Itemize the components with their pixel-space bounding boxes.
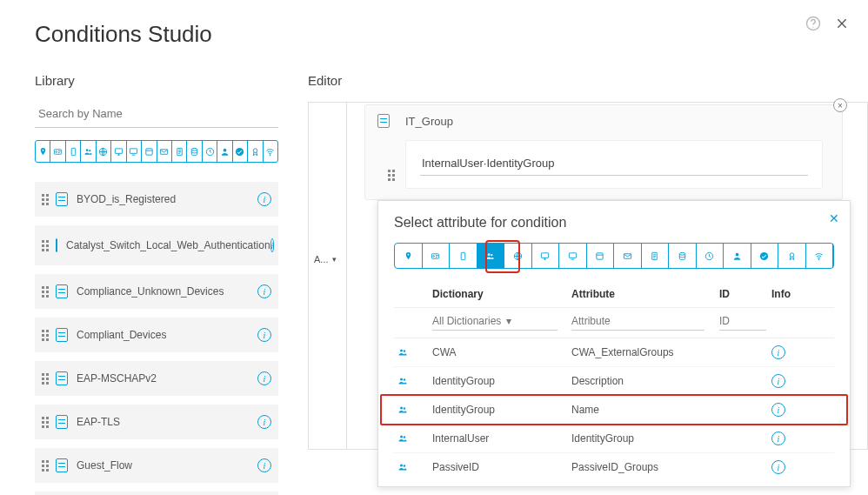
filter-globe-icon[interactable] [504, 244, 532, 268]
info-icon[interactable]: i [771, 345, 785, 359]
chevron-down-icon: ▾ [506, 315, 511, 327]
filter-group-icon[interactable] [477, 244, 505, 268]
filter-wifi-icon[interactable] [806, 244, 834, 268]
svg-point-40 [400, 407, 403, 410]
drag-handle-icon[interactable] [42, 330, 49, 341]
table-row[interactable]: IdentityGroup Name i [394, 396, 834, 425]
filter-monitor2-icon[interactable] [127, 141, 142, 162]
filter-doc-icon[interactable] [172, 141, 187, 162]
table-row[interactable]: PassiveID PassiveID_Groups i [394, 453, 834, 481]
filter-cert-icon[interactable] [248, 141, 263, 162]
info-icon[interactable]: i [257, 371, 271, 385]
library-item[interactable]: BYOD_is_Registered i [35, 182, 278, 217]
filter-mail-icon[interactable] [614, 244, 642, 268]
filter-user-icon[interactable] [724, 244, 751, 268]
filter-monitor-icon[interactable] [532, 244, 560, 268]
filter-monitor-icon[interactable] [111, 141, 126, 162]
info-icon[interactable]: i [257, 415, 271, 429]
filter-cert-icon[interactable] [778, 244, 806, 268]
drag-handle-icon[interactable] [42, 240, 49, 251]
filter-badge-icon[interactable] [50, 141, 65, 162]
info-icon[interactable]: i [257, 192, 271, 206]
filter-db-icon[interactable] [187, 141, 202, 162]
page-title: Conditions Studio [35, 21, 212, 48]
filter-app-icon[interactable] [142, 141, 157, 162]
library-category-filter[interactable] [35, 140, 278, 163]
attribute-field[interactable] [405, 140, 823, 189]
col-id: ID [719, 288, 771, 300]
filter-app-icon[interactable] [587, 244, 615, 268]
condition-card-header: IT_Group [365, 105, 842, 137]
info-icon[interactable]: i [257, 328, 271, 342]
filter-user-icon[interactable] [217, 141, 232, 162]
drag-handle-icon[interactable] [388, 170, 395, 181]
library-item[interactable]: EAP-TLS i [35, 405, 278, 439]
library-search[interactable] [35, 102, 278, 128]
svg-point-35 [818, 258, 819, 259]
filter-doc-icon[interactable] [642, 244, 670, 268]
library-item-label: Catalyst_Switch_Local_Web_Authentication [66, 239, 270, 252]
drag-handle-icon[interactable] [42, 194, 49, 205]
library-item[interactable]: EAP-MSCHAPv2 i [35, 361, 278, 396]
id-filter-input[interactable]: ID [719, 315, 766, 331]
svg-rect-27 [597, 252, 603, 258]
filter-check-icon[interactable] [233, 141, 248, 162]
cell-dictionary: InternalUser [432, 432, 571, 445]
filter-db-icon[interactable] [669, 244, 697, 268]
help-icon[interactable] [805, 16, 821, 31]
condition-icon [56, 371, 68, 385]
attribute-filter-input[interactable]: Attribute [571, 315, 704, 331]
table-row[interactable]: InternalUser IdentityGroup i [394, 425, 834, 453]
info-icon[interactable]: i [771, 374, 785, 388]
filter-clock-icon[interactable] [203, 141, 217, 162]
library-item[interactable]: Catalyst_Switch_Local_Web_Authentication… [35, 225, 278, 265]
drag-handle-icon[interactable] [42, 373, 49, 385]
info-icon[interactable]: i [257, 284, 271, 298]
filter-device-icon[interactable] [450, 244, 477, 268]
close-icon[interactable] [835, 17, 849, 30]
svg-point-39 [404, 378, 405, 380]
filter-badge-icon[interactable] [423, 244, 451, 268]
info-icon[interactable]: i [257, 458, 271, 472]
filter-wifi-icon[interactable] [264, 141, 277, 162]
table-row[interactable]: CWA CWA_ExternalGroups i [394, 338, 834, 367]
filter-group-icon[interactable] [81, 141, 96, 162]
library-item[interactable]: IT_Group i [35, 492, 278, 495]
drag-handle-icon[interactable] [42, 417, 49, 428]
cell-dictionary: IdentityGroup [432, 375, 571, 387]
filter-clock-icon[interactable] [697, 244, 724, 268]
library-item[interactable]: Guest_Flow i [35, 448, 278, 483]
filter-device-icon[interactable] [66, 141, 81, 162]
info-icon[interactable]: i [771, 403, 785, 417]
filter-mail-icon[interactable] [157, 141, 172, 162]
svg-rect-25 [542, 252, 549, 258]
svg-point-36 [400, 350, 403, 352]
table-row[interactable]: IdentityGroup Description i [394, 367, 834, 396]
group-icon [397, 347, 432, 358]
library-item[interactable]: Compliance_Unknown_Devices i [35, 274, 278, 309]
library-item[interactable]: Compliant_Devices i [35, 318, 278, 352]
filter-location-icon[interactable] [395, 244, 423, 268]
filter-location-icon[interactable] [36, 141, 50, 162]
search-input[interactable] [35, 102, 278, 128]
dictionary-select[interactable]: All Dictionaries▾ [432, 315, 558, 331]
svg-point-6 [89, 150, 90, 151]
filter-globe-icon[interactable] [97, 141, 111, 162]
group-icon [397, 462, 432, 472]
info-icon[interactable]: i [771, 460, 785, 474]
condition-card-title: IT_Group [405, 115, 453, 128]
popup-category-filter[interactable] [394, 243, 834, 269]
popup-close-icon[interactable]: ✕ [829, 211, 839, 225]
drag-handle-icon[interactable] [42, 286, 49, 298]
card-close-icon[interactable]: × [833, 98, 847, 112]
logic-label: A... [314, 254, 329, 264]
svg-point-34 [790, 252, 794, 257]
info-icon[interactable]: i [270, 238, 275, 252]
logic-operator[interactable]: A... ▾ [314, 254, 342, 264]
condition-icon [56, 284, 68, 298]
filter-monitor2-icon[interactable] [559, 244, 587, 268]
filter-check-icon[interactable] [751, 244, 779, 268]
info-icon[interactable]: i [771, 431, 785, 445]
drag-handle-icon[interactable] [42, 460, 49, 472]
attribute-input[interactable] [420, 153, 808, 176]
